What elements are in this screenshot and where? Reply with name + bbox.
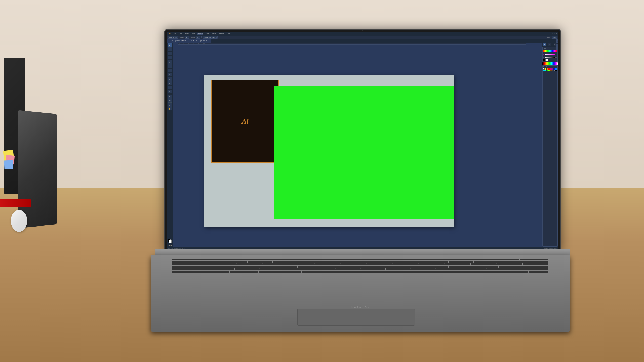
8-key[interactable]	[373, 261, 398, 263]
paintbrush-tool-btn[interactable]: ⌇	[168, 69, 172, 72]
4-key[interactable]	[273, 261, 298, 263]
f4-key[interactable]	[288, 259, 317, 260]
h-key[interactable]	[348, 266, 373, 268]
option-right-key[interactable]	[459, 271, 488, 273]
type-tool-btn[interactable]: T	[168, 56, 172, 59]
fn-key[interactable]	[172, 259, 201, 260]
swatch-15[interactable]	[554, 70, 555, 71]
comma-key[interactable]	[411, 268, 436, 270]
arrow-down-key[interactable]	[508, 272, 528, 273]
cmd-left-key[interactable]	[259, 271, 301, 273]
period-key[interactable]	[436, 268, 461, 270]
f5-key[interactable]	[317, 259, 346, 260]
swatch-10[interactable]	[545, 70, 546, 71]
rectangle-tool-btn[interactable]: □	[168, 60, 172, 64]
trackpad[interactable]	[297, 309, 415, 326]
full-spectrum-bar[interactable]	[542, 62, 558, 65]
q-key[interactable]	[211, 263, 237, 265]
s-key[interactable]	[247, 266, 272, 268]
f10-key[interactable]	[462, 259, 491, 260]
f9-key[interactable]	[433, 259, 462, 260]
f12-key[interactable]	[520, 259, 548, 260]
e-key[interactable]	[263, 263, 289, 265]
pen-tool-btn[interactable]: ✒	[168, 52, 172, 55]
k-key[interactable]	[398, 266, 423, 268]
cmd-right-key[interactable]	[416, 271, 459, 273]
5-key[interactable]	[298, 261, 323, 263]
ctrl-key[interactable]	[201, 271, 230, 273]
color-selector[interactable]	[168, 239, 172, 244]
lshift-key[interactable]	[172, 268, 234, 270]
arrow-up-key[interactable]	[508, 271, 528, 272]
lbracket-key[interactable]	[471, 263, 496, 265]
warp-tool-btn[interactable]: ⌀	[168, 86, 172, 89]
toolbar-opacity-input[interactable]: 100%	[552, 36, 557, 39]
toolbar-reset-envelope[interactable]: Reset Envelope Shape	[203, 36, 217, 39]
2-key[interactable]	[222, 261, 247, 263]
0-key[interactable]	[423, 261, 448, 263]
magenta-slider[interactable]	[545, 54, 555, 55]
swatch-3[interactable]	[547, 68, 548, 70]
return-key[interactable]	[499, 266, 548, 268]
l-key[interactable]	[423, 266, 448, 268]
menu-window[interactable]: Window	[218, 33, 225, 35]
menu-edit[interactable]: Edit	[178, 33, 182, 35]
semicolon-key[interactable]	[449, 266, 473, 268]
v-key[interactable]	[310, 268, 335, 270]
tab-key[interactable]	[172, 263, 211, 265]
black-slider[interactable]	[545, 57, 555, 58]
f11-key[interactable]	[491, 259, 519, 260]
canvas-area[interactable]: Ai	[175, 45, 542, 247]
spacebar-key[interactable]	[302, 271, 416, 273]
swatch-14[interactable]	[552, 70, 553, 71]
preview-view-btn[interactable]	[170, 245, 172, 246]
swatch-1[interactable]	[543, 68, 545, 70]
toolbar-envelope[interactable]: Envelope Path	[168, 36, 178, 39]
swatch-11[interactable]	[547, 70, 548, 71]
y-key[interactable]	[341, 263, 367, 265]
b-key[interactable]	[335, 268, 360, 270]
equals-key[interactable]	[474, 261, 499, 263]
i-key[interactable]	[393, 263, 419, 265]
toolbar-rows-input[interactable]: 4	[185, 36, 189, 39]
color-panel-icon[interactable]: C	[543, 43, 546, 46]
swatch-12[interactable]	[548, 70, 550, 71]
j-key[interactable]	[373, 266, 398, 268]
tab-close-btn[interactable]: ×	[208, 40, 209, 42]
c-key[interactable]	[285, 268, 310, 270]
document-tab[interactable]: scene2.ai @ 66.67% (CMYK/Preview/U.S. We…	[167, 39, 211, 43]
m-key[interactable]	[386, 268, 411, 270]
delete-key[interactable]	[499, 261, 549, 263]
f6-key[interactable]	[346, 259, 375, 260]
6-key[interactable]	[323, 261, 348, 263]
symbols-icon[interactable]	[556, 46, 558, 48]
blend-tool-btn[interactable]: ∞	[168, 90, 172, 93]
quote-key[interactable]	[473, 266, 498, 268]
w-key[interactable]	[237, 263, 263, 265]
pencil-tool-btn[interactable]: ✏	[168, 73, 172, 76]
selection-tool-btn[interactable]: ▸	[168, 43, 172, 47]
rotate-tool-btn[interactable]: ↻	[168, 77, 172, 81]
rshift-key[interactable]	[486, 268, 548, 270]
backtick-key[interactable]	[172, 261, 197, 263]
color-spectrum[interactable]	[543, 50, 557, 52]
menu-view[interactable]: View	[212, 33, 216, 35]
cyan-slider[interactable]	[545, 53, 555, 53]
menu-effect[interactable]: Effect	[205, 33, 210, 35]
current-fill-swatch[interactable]	[543, 59, 546, 61]
yellow-slider[interactable]	[545, 56, 555, 56]
artboards-icon[interactable]	[556, 43, 558, 43]
d-key[interactable]	[272, 266, 297, 268]
u-key[interactable]	[367, 263, 392, 265]
swatch-7[interactable]	[554, 68, 555, 70]
swatch-4[interactable]	[548, 68, 550, 70]
t-key[interactable]	[315, 263, 341, 265]
zoom-tool-btn[interactable]: ⊕	[168, 103, 172, 107]
eyedropper-tool-btn[interactable]: ✦	[168, 95, 172, 98]
1-key[interactable]	[197, 261, 222, 263]
caps-key[interactable]	[172, 266, 222, 268]
x-key[interactable]	[260, 268, 285, 270]
hand-tool-btn[interactable]: ✋	[168, 107, 172, 110]
option-key[interactable]	[230, 271, 258, 273]
swatch-5[interactable]	[550, 68, 552, 70]
